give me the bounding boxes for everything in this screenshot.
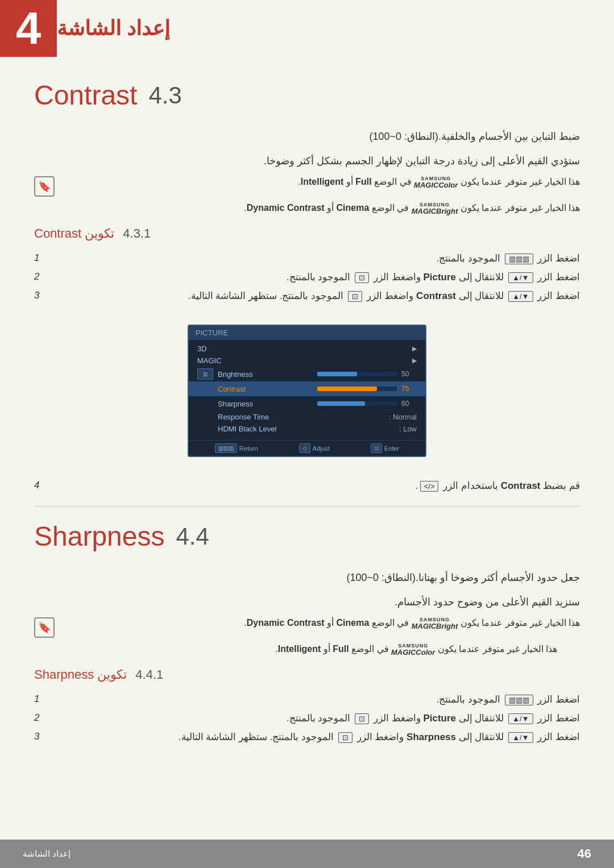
monitor-footer: ▥▥▥ Return ◇ Adjust ⊡ Enter bbox=[189, 440, 425, 456]
menu-row-brightness: ▥ Brightness 50 bbox=[189, 367, 425, 381]
arrow-magic: ▶ bbox=[412, 357, 417, 364]
sharpness-bar-track bbox=[317, 401, 397, 406]
sharpness-steps: اضغط الزر ▥▥▥ الموجود بالمنتج. 1 اضغط ال… bbox=[34, 693, 580, 743]
sharp-step2-number: 2 bbox=[34, 712, 45, 724]
return-label: Return bbox=[239, 445, 258, 452]
contrast-description-range: ضبط التباين بين الأجسام والخلفية.(النطاق… bbox=[34, 128, 580, 146]
section-contrast-heading: 4.3 Contrast bbox=[34, 80, 580, 111]
footer-enter: ⊡ Enter bbox=[371, 443, 399, 453]
step3-btn-nav: ▼/▲ bbox=[508, 291, 533, 302]
contrast-step4-text: قم بضبط Contrast باستخدام الزر </>. bbox=[51, 480, 580, 492]
contrast-bar-container: 75 bbox=[317, 385, 417, 393]
brand-magic-color-2: SAMSUNG MAGICColor bbox=[391, 643, 435, 656]
menu-label-3d: 3D bbox=[197, 344, 412, 353]
menu-row-sharpness: Sharpness 60 bbox=[189, 396, 425, 411]
sharpness-step3-text: اضغط الزر ▼/▲ للانتقال إلى Sharpness واض… bbox=[51, 731, 580, 743]
chapter-title-block: إعداد الشاشة 4 bbox=[0, 0, 187, 57]
sharpness-step1-text: اضغط الزر ▥▥▥ الموجود بالمنتج. bbox=[51, 693, 580, 705]
sharp-step2-btn-nav: ▼/▲ bbox=[508, 713, 533, 724]
adjust-label: Adjust bbox=[313, 445, 330, 452]
sharpness-subsection-number: 4.4.1 bbox=[135, 667, 163, 682]
contrast-step-4: قم بضبط Contrast باستخدام الزر </>. 4 bbox=[34, 480, 580, 492]
sharpness-description-range: جعل حدود الأجسام أكثر وضوخا أو بهتانا.(ا… bbox=[34, 569, 580, 587]
enter-icon: ⊡ bbox=[371, 443, 382, 453]
menu-row-magic: MAGIC ▶ bbox=[189, 355, 425, 367]
contrast-note2-block: هذا الخيار غير متوفر عندما يكون SAMSUNG … bbox=[34, 202, 580, 215]
sharp-step3-btn-nav: ▼/▲ bbox=[508, 732, 533, 743]
menu-row-3d: 3D ▶ bbox=[189, 343, 425, 355]
step3-btn-enter: ⊡ bbox=[348, 291, 362, 302]
sharpness-step-3: اضغط الزر ▼/▲ للانتقال إلى Sharpness واض… bbox=[34, 731, 580, 743]
contrast-step-3: اضغط الزر ▼/▲ للانتقال إلى Contrast واضغ… bbox=[34, 290, 580, 302]
icon-sharpness-spacer bbox=[197, 398, 213, 409]
contrast-step2-text: اضغط الزر ▼/▲ للانتقال إلى Picture واضغط… bbox=[51, 271, 580, 283]
chapter-number: 4 bbox=[0, 0, 57, 57]
sharpness-step-2: اضغط الزر ▼/▲ للانتقال إلى Picture واضغط… bbox=[34, 712, 580, 724]
contrast-value: 75 bbox=[401, 385, 413, 393]
menu-label-response: Response Time bbox=[218, 413, 383, 421]
page-footer: 46 إعداد الشاشة bbox=[0, 840, 614, 868]
brand-magic-color-1: SAMSUNG MAGICColor bbox=[414, 176, 458, 189]
brand-magic-bright-1: SAMSUNG MAGICBright bbox=[412, 202, 458, 215]
response-value: : Normal bbox=[389, 413, 417, 421]
contrast-bar-track bbox=[317, 387, 397, 391]
sharpness-note2-block: هذا الخيار غير متوفر عندما يكون SAMSUNG … bbox=[34, 643, 557, 656]
step1-btn-menu: ▥▥▥ bbox=[505, 254, 533, 264]
contrast-note1-text: هذا الخيار غير متوفر عندما يكون SAMSUNG … bbox=[60, 176, 580, 189]
monitor-ui: PICTURE 3D ▶ MAGIC ▶ ▥ bbox=[188, 325, 426, 457]
contrast-step-1: اضغط الزر ▥▥▥ الموجود بالمنتج. 1 bbox=[34, 252, 580, 264]
content-area: 4.3 Contrast ضبط التباين بين الأجسام وال… bbox=[0, 80, 614, 743]
menu-label-brightness: Brightness bbox=[218, 370, 317, 379]
contrast-section-number: 4.3 bbox=[148, 82, 181, 109]
return-icon: ▥▥▥ bbox=[215, 443, 237, 453]
sharpness-note1-text: هذا الخيار غير متوفر عندما يكون SAMSUNG … bbox=[60, 617, 580, 630]
menu-label-hdmi: HDMI Black Level bbox=[218, 425, 393, 433]
sharpness-subsection-title: تكوين Sharpness bbox=[34, 667, 127, 682]
step1-number: 1 bbox=[34, 252, 45, 264]
subsection-contrast-heading: 4.3.1 تكوين Contrast bbox=[34, 226, 580, 241]
adjust-icon: ◇ bbox=[299, 443, 310, 453]
sharp-step1-btn: ▥▥▥ bbox=[505, 695, 533, 705]
sharp-step1-number: 1 bbox=[34, 693, 45, 705]
footer-adjust: ◇ Adjust bbox=[299, 443, 330, 453]
footer-return: ▥▥▥ Return bbox=[215, 443, 258, 453]
menu-label-magic: MAGIC bbox=[197, 356, 412, 365]
arrow-3d: ▶ bbox=[412, 345, 417, 352]
sharpness-value: 60 bbox=[401, 400, 413, 408]
contrast-step1-text: اضغط الزر ▥▥▥ الموجود بالمنتج. bbox=[51, 252, 580, 264]
step2-number: 2 bbox=[34, 271, 45, 283]
brightness-bar-track bbox=[317, 372, 397, 376]
contrast-subsection-title: تكوين Contrast bbox=[34, 226, 114, 241]
sharpness-step-1: اضغط الزر ▥▥▥ الموجود بالمنتج. 1 bbox=[34, 693, 580, 705]
sharpness-note1-block: هذا الخيار غير متوفر عندما يكون SAMSUNG … bbox=[34, 617, 580, 638]
chapter-title: إعداد الشاشة bbox=[57, 5, 187, 52]
sharpness-note2-text: هذا الخيار غير متوفر عندما يكون SAMSUNG … bbox=[34, 643, 557, 656]
sharpness-bar-container: 60 bbox=[317, 400, 417, 408]
footer-chapter-label: إعداد الشاشة bbox=[23, 849, 70, 859]
contrast-description-effect: ستؤدي القيم الأعلى إلى زيادة درجة التباي… bbox=[34, 152, 580, 170]
note-icon-2: 🔖 bbox=[34, 617, 55, 638]
sharp-step3-btn-enter: ⊡ bbox=[338, 732, 352, 743]
section-sharpness-heading: 4.4 Sharpness bbox=[34, 521, 580, 552]
step2-btn-nav: ▼/▲ bbox=[508, 272, 533, 283]
page-number: 46 bbox=[578, 846, 591, 861]
sharp-step3-number: 3 bbox=[34, 731, 45, 742]
step3-number: 3 bbox=[34, 290, 45, 301]
section-divider bbox=[34, 506, 580, 506]
contrast-step-2: اضغط الزر ▼/▲ للانتقال إلى Picture واضغط… bbox=[34, 271, 580, 283]
contrast-note2-text: هذا الخيار غير متوفر عندما يكون SAMSUNG … bbox=[34, 202, 580, 215]
monitor-ui-container: PICTURE 3D ▶ MAGIC ▶ ▥ bbox=[34, 313, 580, 468]
monitor-ui-body: 3D ▶ MAGIC ▶ ▥ Brightness bbox=[189, 340, 425, 438]
page: إعداد الشاشة 4 4.3 Contrast ضبط التباين … bbox=[0, 0, 614, 868]
step2-btn-enter: ⊡ bbox=[355, 272, 369, 283]
contrast-steps: اضغط الزر ▥▥▥ الموجود بالمنتج. 1 اضغط ال… bbox=[34, 252, 580, 302]
brightness-bar-fill bbox=[317, 372, 357, 376]
enter-label: Enter bbox=[384, 445, 399, 452]
step4-number: 4 bbox=[34, 480, 45, 491]
contrast-bar-fill bbox=[317, 387, 377, 391]
brightness-value: 50 bbox=[401, 370, 413, 378]
menu-label-sharpness: Sharpness bbox=[218, 400, 317, 408]
sharpness-description-effect: ستزيد القيم الأعلى من وضوح حدود الأجسام. bbox=[34, 593, 580, 611]
contrast-note1-block: هذا الخيار غير متوفر عندما يكون SAMSUNG … bbox=[34, 176, 580, 197]
sharpness-section-title: Sharpness bbox=[34, 521, 164, 552]
